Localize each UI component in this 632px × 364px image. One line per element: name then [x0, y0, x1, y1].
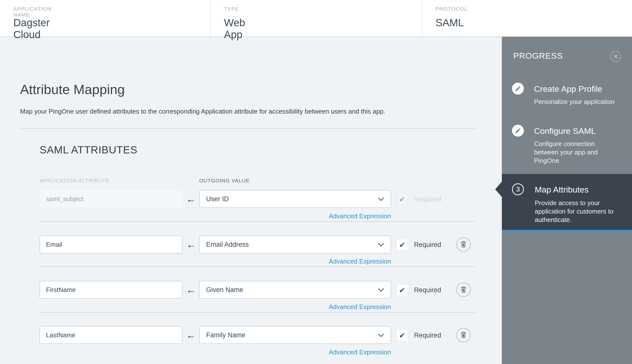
delete-attribute-button[interactable]	[456, 328, 471, 342]
required-checkbox	[396, 193, 408, 205]
progress-heading: PROGRESS	[513, 51, 563, 61]
chevron-down-icon	[378, 334, 384, 338]
application-name-value: Dagster Cloud	[13, 17, 50, 40]
column-header-application-attribute: APPLICATION ATTRIBUTE	[40, 178, 110, 184]
divider	[40, 312, 475, 312]
advanced-expression-link[interactable]: Advanced Expression	[199, 212, 391, 220]
type-value: Web App	[224, 17, 245, 40]
header-divider	[210, 0, 211, 37]
header-divider	[422, 0, 422, 37]
attribute-row: Email Address Required	[0, 236, 502, 254]
map-arrow-icon	[185, 281, 197, 299]
step-title: Map Attributes	[535, 185, 588, 194]
protocol-label: PROTOCOL	[436, 6, 468, 12]
progress-sidebar: PROGRESS Create App Profile Personalize …	[502, 36, 632, 364]
outgoing-value-dropdown-email-address[interactable]: Email Address	[199, 236, 391, 254]
advanced-expression-link[interactable]: Advanced Expression	[199, 258, 391, 265]
active-step-pointer	[495, 182, 502, 197]
column-header-outgoing-value: OUTGOING VALUE	[199, 178, 250, 184]
advanced-expression-link[interactable]: Advanced Expression	[199, 348, 391, 356]
active-step-highlight-bar	[502, 230, 632, 231]
attribute-row: Family Name Required	[0, 326, 502, 344]
progress-step-map-attributes[interactable]: 3 Map Attributes Provide access to your …	[502, 174, 632, 230]
application-attribute-input-lastname[interactable]	[40, 326, 182, 344]
outgoing-value-dropdown-family-name[interactable]: Family Name	[199, 326, 391, 344]
saml-attributes-heading: SAML ATTRIBUTES	[40, 144, 137, 156]
trash-icon	[460, 331, 467, 339]
chevron-down-icon	[378, 198, 384, 202]
dropdown-selected-value: Given Name	[200, 286, 243, 294]
pencil-icon	[512, 125, 524, 136]
trash-icon	[460, 286, 467, 294]
map-arrow-icon	[185, 190, 197, 208]
step-title: Create App Profile	[534, 84, 602, 94]
delete-attribute-button[interactable]	[456, 282, 471, 297]
attribute-row: User ID Required	[0, 190, 502, 208]
required-label: Required	[414, 196, 441, 203]
map-arrow-icon	[185, 326, 197, 344]
trash-icon	[460, 240, 467, 249]
step-number-badge: 3	[512, 183, 524, 195]
dropdown-selected-value: Email Address	[200, 241, 249, 248]
required-checkbox[interactable]	[396, 329, 408, 341]
pencil-icon	[512, 83, 524, 94]
close-icon[interactable]	[610, 50, 622, 62]
application-name-label: APPLICATION NAME	[13, 6, 52, 18]
step-description: Provide access to your application for c…	[535, 199, 621, 224]
application-attribute-input-saml-subject	[40, 190, 182, 208]
attribute-row: Given Name Required	[0, 281, 502, 299]
divider	[40, 221, 475, 222]
protocol-value: SAML	[436, 17, 464, 29]
chevron-down-icon	[378, 243, 384, 248]
advanced-expression-link[interactable]: Advanced Expression	[199, 303, 391, 311]
page-description: Map your PingOne user defined attributes…	[20, 108, 385, 115]
outgoing-value-dropdown-user-id[interactable]: User ID	[199, 190, 391, 208]
divider	[20, 128, 475, 129]
attribute-mapping-panel: Attribute Mapping Map your PingOne user …	[0, 38, 502, 364]
app-header: APPLICATION NAME Dagster Cloud TYPE Web …	[0, 0, 632, 37]
required-label: Required	[414, 286, 441, 294]
step-title: Configure SAML	[534, 126, 596, 136]
application-attribute-input-firstname[interactable]	[40, 281, 182, 299]
required-label: Required	[414, 332, 441, 339]
dropdown-selected-value: Family Name	[200, 331, 246, 339]
application-attribute-input-email[interactable]	[40, 236, 182, 254]
delete-attribute-button[interactable]	[456, 237, 471, 252]
type-label: TYPE	[224, 6, 239, 12]
divider	[40, 266, 475, 267]
step-description: Personalize your application	[534, 98, 614, 106]
dropdown-selected-value: User ID	[200, 195, 229, 203]
map-arrow-icon	[185, 236, 197, 254]
page-title: Attribute Mapping	[20, 82, 125, 97]
chevron-down-icon	[378, 288, 384, 293]
required-checkbox[interactable]	[396, 239, 408, 251]
outgoing-value-dropdown-given-name[interactable]: Given Name	[199, 281, 391, 299]
required-label: Required	[414, 241, 441, 249]
step-description: Configure connection between your app an…	[534, 140, 604, 165]
required-checkbox[interactable]	[396, 284, 408, 296]
